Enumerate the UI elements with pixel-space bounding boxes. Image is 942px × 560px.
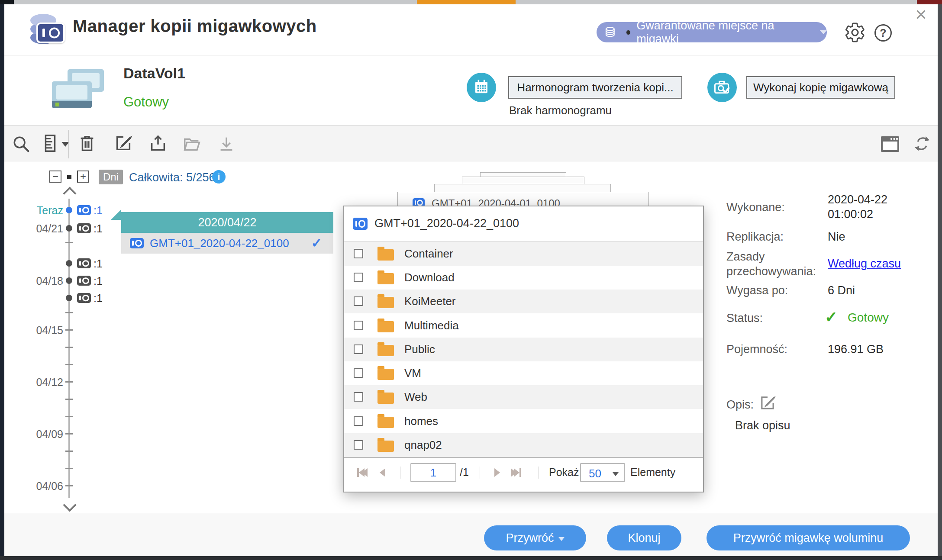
timeline-dot[interactable] bbox=[66, 277, 72, 284]
retention-policy: Według czasu bbox=[828, 256, 936, 271]
timeline-tick bbox=[65, 329, 73, 331]
timeline-unit-badge[interactable]: Dni bbox=[99, 170, 123, 184]
snapshot-count: :1 bbox=[94, 222, 103, 235]
folder-icon bbox=[377, 273, 394, 284]
checkbox[interactable] bbox=[354, 321, 363, 330]
timeline-dot[interactable] bbox=[66, 295, 72, 301]
snapshot-camera-icon[interactable] bbox=[77, 223, 91, 233]
card-pointer bbox=[111, 209, 121, 220]
volume-icon bbox=[52, 69, 104, 113]
folder-row[interactable]: Multimedia bbox=[344, 314, 703, 338]
snapshot-card-row[interactable]: GMT+01_2020-04-22_0100 ✓ bbox=[121, 233, 333, 254]
stacked-window bbox=[434, 184, 611, 192]
download-icon[interactable] bbox=[216, 134, 236, 154]
checkbox[interactable] bbox=[354, 296, 363, 306]
help-icon[interactable]: ? bbox=[874, 24, 892, 42]
folder-name: Multimedia bbox=[404, 319, 459, 332]
taken-value: 2020-04-22 01:00:02 bbox=[828, 192, 929, 222]
restore-button[interactable]: Przywróć bbox=[484, 525, 586, 550]
timeline-date: 04/18 bbox=[23, 275, 63, 287]
folder-row[interactable]: VM bbox=[344, 361, 703, 385]
folder-row[interactable]: homes bbox=[344, 409, 703, 433]
snapshot-count: :1 bbox=[94, 275, 103, 287]
folder-row[interactable]: Public bbox=[344, 338, 703, 361]
folder-icon bbox=[377, 369, 394, 380]
pagination-divider bbox=[400, 467, 400, 479]
timeline-zoom-in-button[interactable]: + bbox=[77, 171, 89, 183]
checkbox[interactable] bbox=[354, 392, 363, 402]
snapshot-total-count: Całkowita: 5/256 bbox=[129, 171, 216, 184]
info-icon[interactable]: i bbox=[212, 170, 226, 183]
page-number-input[interactable] bbox=[410, 463, 456, 482]
timeline-date: 04/09 bbox=[23, 428, 63, 441]
checkbox[interactable] bbox=[354, 273, 363, 282]
checkbox[interactable] bbox=[354, 344, 363, 354]
folder-row[interactable]: Web bbox=[344, 385, 703, 409]
snapshot-list-icon[interactable] bbox=[40, 132, 60, 155]
delete-icon[interactable] bbox=[77, 133, 97, 154]
first-page-button[interactable] bbox=[357, 468, 368, 477]
schedule-calendar-icon[interactable] bbox=[467, 73, 496, 102]
database-small-icon bbox=[603, 26, 617, 39]
snapshot-card-date: 2020/04/22 bbox=[121, 212, 333, 233]
timeline-axis bbox=[68, 199, 70, 498]
page-size-select[interactable]: 50 bbox=[580, 463, 625, 482]
timeline-tick bbox=[65, 399, 73, 400]
folder-open-icon[interactable] bbox=[182, 134, 202, 154]
timeline-tick bbox=[65, 381, 73, 383]
snapshot-browser-popup: GMT+01_2020-04-22_0100 Container Downloa… bbox=[343, 206, 704, 492]
guaranteed-space-label: Gwarantowane miejsce na migawki bbox=[636, 19, 812, 46]
restore-volume-snapshot-button[interactable]: Przywróć migawkę woluminu bbox=[706, 525, 910, 550]
snapshot-camera-icon[interactable] bbox=[77, 276, 91, 286]
guaranteed-snapshot-space-button[interactable]: Gwarantowane miejsce na migawki bbox=[597, 22, 827, 42]
timeline-dot-now[interactable] bbox=[66, 207, 72, 213]
timeline-label-now: Teraz bbox=[23, 204, 63, 217]
previous-page-button[interactable] bbox=[380, 468, 385, 477]
take-snapshot-button[interactable]: Wykonaj kopię migawkową bbox=[746, 76, 895, 99]
folder-name: homes bbox=[404, 415, 438, 428]
snapshot-camera-icon[interactable] bbox=[77, 258, 91, 268]
timeline-dot[interactable] bbox=[66, 260, 72, 267]
last-page-button[interactable] bbox=[511, 468, 521, 477]
edit-icon[interactable] bbox=[113, 133, 133, 153]
camera-check-icon bbox=[713, 78, 732, 97]
checkbox[interactable] bbox=[354, 249, 363, 258]
snapshot-camera-icon[interactable] bbox=[77, 293, 91, 303]
taken-label: Wykonane: bbox=[726, 200, 827, 215]
retention-policy-link[interactable]: Według czasu bbox=[828, 257, 901, 270]
snapshot-schedule-button[interactable]: Harmonogram tworzenia kopi... bbox=[508, 76, 682, 99]
chevron-down-icon bbox=[612, 472, 619, 476]
snapshot-camera-icon[interactable] bbox=[77, 205, 91, 215]
edit-description-icon[interactable] bbox=[758, 394, 777, 412]
close-icon[interactable]: × bbox=[915, 3, 927, 26]
snapshot-camera-icon bbox=[413, 198, 425, 206]
background-bottom-strip bbox=[0, 556, 942, 560]
folder-row[interactable]: Container bbox=[344, 242, 703, 266]
volume-name: DataVol1 bbox=[123, 65, 185, 82]
window-view-icon[interactable] bbox=[880, 135, 900, 153]
take-snapshot-icon-button[interactable] bbox=[707, 73, 737, 102]
refresh-icon[interactable] bbox=[913, 134, 932, 153]
folder-row[interactable]: Download bbox=[344, 266, 703, 290]
search-icon[interactable] bbox=[11, 134, 31, 154]
timeline-date: 04/12 bbox=[23, 376, 63, 389]
timeline-zoom-out-button[interactable]: − bbox=[49, 171, 61, 183]
status-dot bbox=[626, 30, 631, 35]
gear-icon[interactable] bbox=[844, 22, 866, 43]
folder-row[interactable]: KoiMeeter bbox=[344, 290, 703, 313]
export-icon[interactable] bbox=[148, 133, 168, 153]
checkbox[interactable] bbox=[354, 416, 363, 426]
folder-icon bbox=[377, 417, 394, 428]
folder-row[interactable]: qnap02 bbox=[344, 433, 703, 457]
timeline-dot[interactable] bbox=[66, 225, 72, 232]
timeline-date: 04/15 bbox=[23, 324, 63, 337]
clone-button[interactable]: Klonuj bbox=[607, 525, 681, 550]
checkbox[interactable] bbox=[354, 440, 363, 450]
checkbox[interactable] bbox=[354, 368, 363, 378]
folder-icon bbox=[377, 321, 394, 332]
timeline-tick bbox=[65, 451, 73, 452]
next-page-button[interactable] bbox=[494, 468, 500, 477]
status-value: Gotowy bbox=[848, 311, 889, 325]
popup-snapshot-title: GMT+01_2020-04-22_0100 bbox=[374, 217, 519, 230]
no-schedule-text: Brak harmonogramu bbox=[509, 104, 612, 117]
